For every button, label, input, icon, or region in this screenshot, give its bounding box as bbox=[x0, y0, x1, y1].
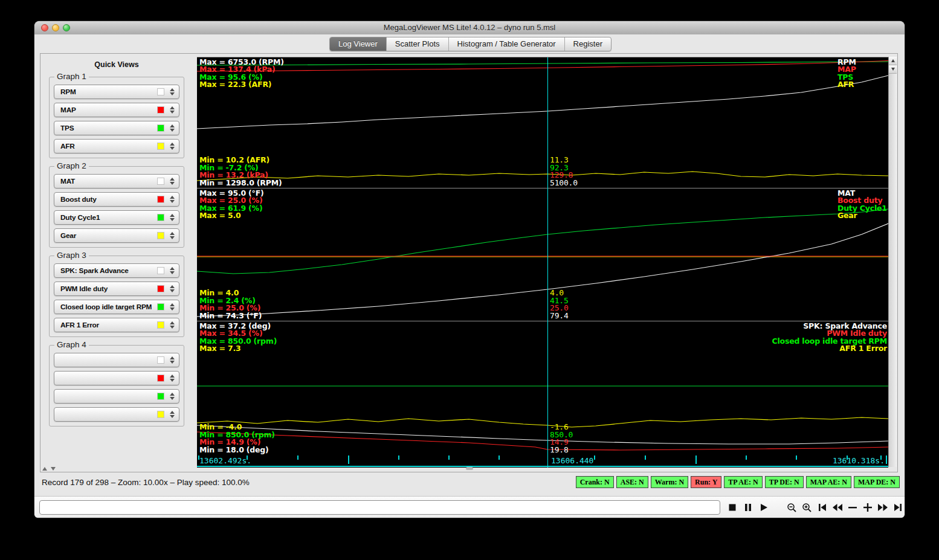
color-swatch bbox=[157, 124, 164, 132]
group-label: Graph 3 bbox=[54, 251, 89, 260]
scroll-up-button[interactable] bbox=[889, 57, 897, 65]
graph2-series-lines bbox=[197, 188, 888, 321]
h-scrollbar-thumb[interactable] bbox=[466, 467, 473, 470]
main-panel: Quick Views Graph 1 RPM MAP TPS bbox=[40, 53, 898, 472]
skip-start-icon bbox=[818, 503, 827, 512]
stepper-icon bbox=[169, 393, 176, 400]
title-bar: MegaLogViewer MS Lite! 4.0.12 – dyno run… bbox=[34, 21, 905, 35]
zoom-in-button[interactable] bbox=[800, 500, 814, 515]
plus-icon bbox=[863, 503, 873, 512]
channel-select-empty-1[interactable] bbox=[54, 353, 179, 367]
channel-select-afr[interactable]: AFR bbox=[54, 139, 179, 153]
playback-cursor-line[interactable] bbox=[547, 57, 548, 468]
stepper-icon bbox=[169, 106, 176, 114]
status-badge-crank: Crank: N bbox=[576, 476, 614, 488]
time-axis-rule bbox=[197, 466, 888, 467]
scroll-down-button[interactable] bbox=[889, 65, 897, 74]
status-badge-ase: ASE: N bbox=[616, 476, 648, 488]
tab-scatter-plots[interactable]: Scatter Plots bbox=[387, 37, 449, 51]
stepper-icon bbox=[169, 124, 176, 132]
channel-select-duty-cycle1[interactable]: Duty Cycle1 bbox=[54, 210, 179, 225]
view-tabs: Log Viewer Scatter Plots Histogram / Tab… bbox=[329, 37, 611, 51]
graph1-min-labels: Min = 10.2 (AFR)Min = -7.2 (%) Min = 13.… bbox=[199, 156, 282, 187]
graph-panel-2[interactable]: Max = 95.0 (°F)Max = 25.0 (%) Max = 61.9… bbox=[197, 188, 888, 321]
channel-select-spk-spark-advance[interactable]: SPK: Spark Advance bbox=[54, 263, 179, 278]
playback-position-slider[interactable] bbox=[39, 500, 720, 515]
stepper-icon bbox=[169, 267, 176, 274]
tab-strip: Log Viewer Scatter Plots Histogram / Tab… bbox=[34, 34, 905, 53]
time-axis[interactable]: 13602.492s. 13606.440 13610.318s. bbox=[197, 455, 888, 468]
plus-button[interactable] bbox=[860, 500, 874, 515]
channel-select-afr-1-error[interactable]: AFR 1 Error bbox=[54, 318, 179, 332]
channel-select-gear[interactable]: Gear bbox=[54, 228, 179, 243]
status-badge-map-ae: MAP AE: N bbox=[806, 476, 851, 488]
channel-select-empty-2[interactable] bbox=[54, 371, 179, 385]
channel-select-empty-3[interactable] bbox=[54, 389, 179, 404]
color-swatch bbox=[157, 285, 164, 292]
status-bar: Record 179 of 298 – Zoom: 10.00x – Play … bbox=[34, 474, 905, 491]
status-badge-tp-ae: TP AE: N bbox=[724, 476, 762, 488]
arrow-down-icon bbox=[51, 467, 56, 471]
skip-end-button[interactable] bbox=[891, 500, 905, 515]
rewind-button[interactable] bbox=[830, 500, 844, 515]
group-graph-3: Graph 3 SPK: Spark Advance PWM Idle duty… bbox=[49, 256, 184, 337]
status-badge-warm: Warm: N bbox=[651, 476, 688, 488]
arrow-down-icon bbox=[891, 68, 895, 71]
stepper-icon bbox=[169, 178, 176, 185]
stepper-icon bbox=[169, 356, 176, 364]
status-badge-map-de: MAP DE: N bbox=[854, 476, 900, 488]
play-icon bbox=[760, 503, 768, 512]
rewind-icon bbox=[832, 503, 843, 512]
play-button[interactable] bbox=[757, 500, 770, 515]
time-cursor-label: 13606.440 bbox=[551, 456, 593, 465]
stepper-icon bbox=[169, 411, 176, 418]
record-status-text: Record 179 of 298 – Zoom: 10.00x – Play … bbox=[42, 478, 576, 487]
color-swatch bbox=[157, 321, 164, 329]
graph3-cursor-values: -1.6850.0 14.919.8 bbox=[550, 423, 573, 454]
color-swatch bbox=[157, 106, 164, 114]
color-swatch bbox=[157, 143, 164, 150]
group-label: Graph 1 bbox=[54, 72, 89, 81]
skip-start-button[interactable] bbox=[815, 500, 829, 515]
playback-bar bbox=[34, 496, 905, 518]
sidebar-scroll-arrows[interactable] bbox=[42, 467, 56, 471]
stepper-icon bbox=[169, 285, 176, 292]
graph2-min-labels: Min = 4.0Min = 2.4 (%) Min = 25.0 (%)Min… bbox=[199, 289, 262, 320]
channel-select-mat[interactable]: MAT bbox=[54, 174, 179, 188]
channel-select-boost-duty[interactable]: Boost duty bbox=[54, 192, 179, 207]
fast-forward-button[interactable] bbox=[876, 500, 889, 515]
color-swatch bbox=[157, 411, 164, 418]
time-start-label: 13602.492s. bbox=[199, 456, 251, 465]
quick-views-sidebar: Quick Views Graph 1 RPM MAP TPS bbox=[40, 54, 193, 472]
channel-select-closed-loop-idle-target-rpm[interactable]: Closed loop idle target RPM bbox=[54, 300, 179, 314]
graph2-max-labels: Max = 95.0 (°F)Max = 25.0 (%) Max = 61.9… bbox=[199, 190, 264, 220]
channel-select-pwm-idle-duty[interactable]: PWM Idle duty bbox=[54, 282, 179, 296]
group-graph-2: Graph 2 MAT Boost duty Duty Cycle1 bbox=[49, 166, 184, 248]
channel-select-empty-4[interactable] bbox=[54, 407, 179, 422]
zoom-out-button[interactable] bbox=[785, 500, 799, 515]
channel-select-map[interactable]: MAP bbox=[54, 103, 179, 117]
zoom-in-icon bbox=[802, 503, 812, 513]
tab-register[interactable]: Register bbox=[565, 37, 611, 51]
status-badge-tp-de: TP DE: N bbox=[765, 476, 804, 488]
tab-log-viewer[interactable]: Log Viewer bbox=[330, 37, 387, 51]
pause-button[interactable] bbox=[741, 500, 755, 515]
graph-panel-1[interactable]: Max = 6753.0 (RPM)Max = 137.4 (kPa) Max … bbox=[197, 57, 888, 188]
log-plot-area[interactable]: Max = 6753.0 (RPM)Max = 137.4 (kPa) Max … bbox=[197, 57, 888, 468]
arrow-up-icon bbox=[891, 59, 895, 62]
engine-status-badges: Crank: N ASE: N Warm: N Run: Y TP AE: N … bbox=[576, 476, 900, 488]
color-swatch bbox=[157, 232, 164, 239]
stepper-icon bbox=[169, 143, 176, 150]
quick-views-title: Quick Views bbox=[40, 60, 193, 69]
minus-button[interactable] bbox=[845, 500, 859, 515]
graph-vertical-scrollbar[interactable] bbox=[888, 57, 897, 467]
group-label: Graph 2 bbox=[54, 161, 89, 170]
channel-select-tps[interactable]: TPS bbox=[54, 121, 179, 135]
arrow-up-icon bbox=[42, 467, 47, 471]
stop-icon bbox=[728, 503, 737, 512]
color-swatch bbox=[157, 178, 164, 185]
graph-panel-3[interactable]: Max = 37.2 (deg)Max = 34.5 (%) Max = 850… bbox=[197, 321, 888, 455]
channel-select-rpm[interactable]: RPM bbox=[54, 85, 179, 99]
stop-button[interactable] bbox=[725, 500, 739, 515]
tab-histogram-table-generator[interactable]: Histogram / Table Generator bbox=[449, 37, 565, 51]
